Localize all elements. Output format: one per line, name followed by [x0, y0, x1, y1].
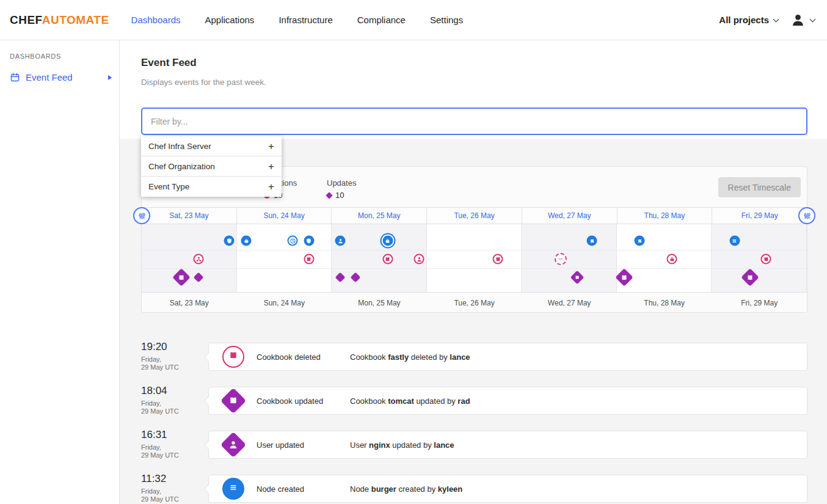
event-date: Friday,29 May UTC — [141, 488, 208, 503]
event-type-label: User updated — [257, 440, 350, 450]
timescale-slider-left[interactable] — [133, 207, 150, 224]
timescale-slider-right[interactable] — [798, 207, 815, 224]
marker-delete[interactable] — [414, 254, 424, 265]
marker-delete[interactable] — [194, 254, 204, 265]
stat-updates: Updates 10 — [327, 178, 356, 200]
cookbook-icon — [222, 346, 244, 368]
event-timestamp: 16:31Friday,29 May UTC — [141, 429, 208, 459]
event-description: Cookbook fastly deleted by lance — [350, 352, 470, 362]
marker-delete[interactable] — [555, 253, 567, 265]
event-card: Node createdNode burger created by kylee… — [208, 475, 807, 503]
event-row: 19:20Friday,29 May UTCCookbook deletedCo… — [141, 341, 807, 371]
filter-option-chef-organization[interactable]: Chef Organization + — [141, 156, 282, 177]
cookbook-icon — [621, 274, 628, 281]
node-icon — [222, 478, 244, 500]
event-card: Cookbook deletedCookbook fastly deleted … — [208, 343, 807, 371]
event-description: Node burger created by kyleen — [350, 484, 462, 494]
day-header-link[interactable]: Mon, 25 May — [332, 208, 427, 224]
cookbook-icon — [220, 388, 246, 414]
day-column — [237, 224, 332, 292]
marker-delete[interactable] — [304, 254, 314, 265]
cube-icon — [636, 238, 643, 244]
plus-icon[interactable]: + — [268, 161, 274, 172]
day-header-link[interactable]: Fri, 29 May — [712, 208, 807, 224]
day-footer-label: Mon, 25 May — [332, 299, 427, 307]
stat-updates-count: 10 — [335, 191, 344, 200]
nav-dashboards[interactable]: Dashboards — [131, 15, 181, 25]
day-footer-label: Fri, 29 May — [712, 299, 807, 307]
plus-icon[interactable]: + — [268, 181, 274, 192]
bag-icon — [243, 238, 249, 244]
event-time: 11:32 — [141, 473, 208, 485]
day-header-link[interactable]: Sat, 23 May — [142, 208, 237, 224]
nav-compliance[interactable]: Compliance — [357, 15, 406, 25]
day-header-link[interactable]: Wed, 27 May — [522, 208, 618, 224]
day-column — [712, 224, 807, 292]
filter-option-label: Event Type — [148, 182, 189, 191]
marker-delete[interactable] — [493, 254, 503, 265]
marker-delete[interactable] — [761, 254, 771, 265]
filter-option-chef-infra-server[interactable]: Chef Infra Server + — [141, 136, 282, 156]
page-subtitle: Displays events for the past week. — [141, 78, 807, 87]
filter-option-label: Chef Organization — [148, 162, 215, 171]
marker-delete[interactable] — [382, 254, 393, 265]
day-header-link[interactable]: Sun, 24 May — [237, 208, 332, 224]
marker-create[interactable] — [304, 236, 314, 246]
marker-create[interactable] — [224, 236, 235, 246]
user-menu[interactable] — [790, 12, 815, 27]
row-divider — [142, 250, 807, 250]
sidebar: DASHBOARDS Event Feed — [0, 40, 120, 504]
event-time: 19:20 — [141, 341, 208, 353]
timeline-day-headers: Sat, 23 MaySun, 24 MayMon, 25 MayTue, 26… — [142, 207, 807, 224]
row-divider — [142, 268, 807, 269]
marker-create[interactable] — [241, 236, 252, 246]
marker-create[interactable] — [288, 236, 298, 246]
shield-icon — [306, 238, 312, 244]
event-row: 16:31Friday,29 May UTCUser updatedUser n… — [141, 429, 807, 459]
day-column — [142, 224, 237, 292]
event-timestamp: 18:04Friday,29 May UTC — [141, 385, 208, 415]
event-time: 18:04 — [141, 385, 208, 397]
event-list: 19:20Friday,29 May UTCCookbook deletedCo… — [141, 341, 807, 503]
filter-input[interactable] — [141, 108, 807, 135]
shield-icon — [226, 238, 232, 244]
marker-create[interactable] — [382, 236, 393, 246]
event-type-label: Cookbook deleted — [257, 352, 350, 362]
event-type-label: Node created — [257, 484, 350, 494]
main-content: Event Feed Displays events for the past … — [120, 40, 827, 504]
bag-icon — [669, 256, 675, 262]
day-header-link[interactable]: Thu, 28 May — [618, 208, 713, 224]
event-row: 11:32Friday,29 May UTCNode createdNode b… — [141, 473, 807, 503]
tune-icon — [137, 211, 147, 221]
marker-create[interactable] — [635, 236, 645, 246]
day-footer-label: Wed, 27 May — [522, 299, 617, 307]
chef-automate-logo: CHEFAUTOMATE — [10, 13, 109, 27]
event-description: Cookbook tomcat updated by rad — [350, 396, 470, 406]
main-nav: Dashboards Applications Infrastructure C… — [131, 15, 464, 25]
day-footer-label: Thu, 28 May — [617, 299, 712, 307]
logo-chef: CHEF — [10, 13, 42, 26]
marker-create[interactable] — [587, 236, 597, 246]
event-date: Friday,29 May UTC — [141, 356, 208, 371]
event-date: Friday,29 May UTC — [141, 444, 208, 459]
nav-settings[interactable]: Settings — [430, 15, 463, 25]
node-icon — [228, 483, 238, 492]
user-icon — [220, 432, 246, 458]
projects-filter-dropdown[interactable]: All projects — [719, 15, 778, 25]
filter-option-event-type[interactable]: Event Type + — [141, 177, 282, 197]
nav-infrastructure[interactable]: Infrastructure — [279, 15, 332, 25]
user-avatar-icon — [790, 12, 806, 27]
marker-create[interactable] — [729, 236, 740, 246]
day-column — [332, 224, 427, 292]
logo-automate: AUTOMATE — [42, 13, 109, 26]
nav-applications[interactable]: Applications — [205, 15, 254, 25]
cookbook-icon — [228, 351, 238, 360]
marker-create[interactable] — [335, 236, 346, 246]
day-header-link[interactable]: Tue, 26 May — [427, 208, 522, 224]
chevron-right-icon — [108, 75, 112, 80]
org-icon — [195, 256, 202, 262]
marker-delete[interactable] — [667, 254, 677, 265]
plus-icon[interactable]: + — [268, 141, 274, 152]
reset-timescale-button[interactable]: Reset Timescale — [718, 177, 801, 197]
sidebar-item-event-feed[interactable]: Event Feed — [0, 69, 119, 86]
